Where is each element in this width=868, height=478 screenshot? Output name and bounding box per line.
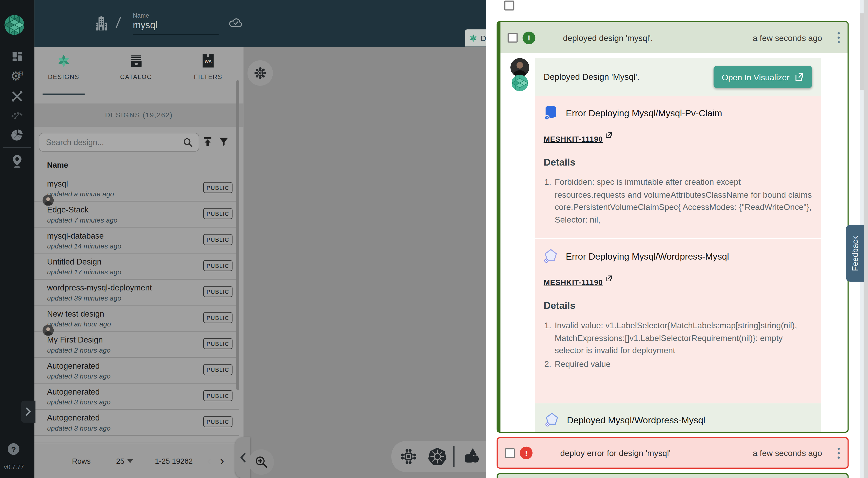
tab-designs[interactable]: DESIGNS xyxy=(36,54,92,80)
sidebar-divider xyxy=(3,147,31,148)
search-input[interactable] xyxy=(39,138,183,147)
notification-title: deployed design 'mysql'. xyxy=(563,33,753,42)
deployed-success-row: Deployed Mysql/Wordpress-Mysql xyxy=(535,403,821,433)
upload-design-icon[interactable] xyxy=(202,136,213,147)
chevron-right-icon xyxy=(25,407,32,416)
design-row[interactable]: Autogenerated updated 3 hours ago PUBLIC xyxy=(34,383,239,409)
select-all-checkbox[interactable] xyxy=(504,1,514,10)
meshery-avatar xyxy=(512,75,528,91)
tab-designs-label: DESIGNS xyxy=(48,73,79,80)
error-title: Error Deploying Mysql/Wordpress-Mysql xyxy=(566,251,729,262)
gears-icon: ⚙⚙ xyxy=(10,70,24,83)
cloud-save-icon[interactable] xyxy=(228,17,243,29)
details-heading: Details xyxy=(544,300,812,312)
actor-avatars xyxy=(510,58,532,95)
meshery-logo-icon[interactable] xyxy=(4,15,24,35)
visibility-badge[interactable]: PUBLIC xyxy=(203,312,232,323)
design-row[interactable]: mysql-database updated 14 minutes ago PU… xyxy=(34,227,239,253)
rows-per-page-select[interactable]: 25 xyxy=(116,457,133,465)
header-bar: / Name Design xyxy=(34,0,487,47)
external-link-icon xyxy=(605,132,613,139)
wasm-filters-icon: WA xyxy=(201,54,215,68)
design-row[interactable]: Edge-Stack updated 7 minutes ago PUBLIC xyxy=(34,201,239,227)
visibility-badge[interactable]: PUBLIC xyxy=(203,416,232,427)
tab-catalog-label: CATALOG xyxy=(120,73,152,80)
database-icon: ? xyxy=(544,105,558,121)
notification-checkbox[interactable] xyxy=(505,448,515,458)
svg-text:?: ? xyxy=(546,116,548,120)
notification-card-partial[interactable] xyxy=(497,473,848,478)
sidebar-expand-button[interactable] xyxy=(21,401,35,422)
feedback-tab[interactable]: Feedback xyxy=(846,225,864,282)
design-name-input[interactable] xyxy=(133,20,219,35)
organization-icon[interactable] xyxy=(94,16,108,32)
notification-body: Deployed Design 'Mysql'. Open In Visuali… xyxy=(500,53,847,433)
window-scrollbar[interactable] xyxy=(864,0,868,478)
panel-collapse-handle[interactable] xyxy=(235,437,250,478)
tools-icon xyxy=(11,90,23,102)
sidebar-item-extensions[interactable] xyxy=(9,127,25,143)
feedback-label: Feedback xyxy=(850,235,860,271)
design-row[interactable]: Untitled Design updated 17 minutes ago P… xyxy=(34,253,239,279)
column-header-name: Name xyxy=(47,160,68,169)
visibility-badge[interactable]: PUBLIC xyxy=(203,260,232,271)
search-box xyxy=(39,133,199,152)
sidebar-item-configuration[interactable] xyxy=(9,89,25,104)
design-row[interactable]: Autogenerated updated 3 hours ago PUBLIC xyxy=(34,410,239,436)
design-row[interactable]: Autogenerated updated 3 hours ago PUBLIC xyxy=(34,357,239,383)
next-page-button[interactable]: › xyxy=(220,455,224,467)
sidebar: ⚙⚙ ? v0.7.77 xyxy=(0,0,34,478)
mesh-pie-icon xyxy=(11,128,24,142)
design-row[interactable]: wordpress-mysql-deployment updated 39 mi… xyxy=(34,280,239,306)
pagination-bar: Rows 25 1-25 19262 ‹ › xyxy=(34,443,243,478)
notification-checkbox[interactable] xyxy=(508,33,518,42)
sidebar-item-performance[interactable] xyxy=(9,107,25,123)
owner-avatar xyxy=(42,195,54,206)
design-row[interactable]: mysql updated a minute ago PUBLIC xyxy=(34,176,239,201)
notification-header[interactable]: i deployed design 'mysql'. a few seconds… xyxy=(500,22,847,53)
help-button[interactable]: ? xyxy=(8,443,20,455)
chevron-left-icon xyxy=(240,453,246,463)
visibility-badge[interactable]: PUBLIC xyxy=(203,390,232,401)
sidebar-item-kanvas[interactable] xyxy=(9,154,25,169)
owner-avatar xyxy=(42,325,54,336)
sidebar-item-dashboard[interactable] xyxy=(9,49,25,64)
tab-catalog[interactable]: CATALOG xyxy=(108,54,164,80)
search-icon[interactable] xyxy=(183,137,193,148)
components-chip-icon[interactable] xyxy=(400,448,417,465)
zoom-in-button[interactable] xyxy=(249,449,274,475)
error-icon: ! xyxy=(520,447,533,459)
prev-page-button[interactable]: ‹ xyxy=(207,455,211,467)
filter-funnel-icon[interactable] xyxy=(218,136,229,147)
visibility-badge[interactable]: PUBLIC xyxy=(203,182,232,193)
meshkit-error-link[interactable]: MESHKIT-11190 xyxy=(544,135,603,143)
visibility-badge[interactable]: PUBLIC xyxy=(203,208,232,219)
design-row[interactable]: New test design updated an hour ago PUBL… xyxy=(34,306,239,331)
design-spiral-icon xyxy=(469,33,478,42)
help-label: ? xyxy=(11,445,16,453)
visibility-badge[interactable]: PUBLIC xyxy=(203,364,232,375)
canvas-settings-button[interactable] xyxy=(248,60,273,86)
tab-filters[interactable]: WA FILTERS xyxy=(180,54,236,80)
visibility-badge[interactable]: PUBLIC xyxy=(203,338,232,349)
meshkit-error-link[interactable]: MESHKIT-11190 xyxy=(544,278,603,287)
design-canvas[interactable]: DESIGNS CATALOG WA FILTERS DESIGNS (19,2… xyxy=(34,47,487,478)
external-link-icon xyxy=(795,72,804,82)
visibility-badge[interactable]: PUBLIC xyxy=(203,234,232,245)
design-row[interactable]: My First Design updated 2 hours ago PUBL… xyxy=(34,331,239,357)
tab-filters-label: FILTERS xyxy=(194,73,222,80)
shapes-icon[interactable] xyxy=(461,447,480,466)
drawer-scrollbar-thumb[interactable] xyxy=(860,13,864,90)
sidebar-item-lifecycle[interactable]: ⚙⚙ xyxy=(9,69,25,84)
kebab-menu-icon[interactable] xyxy=(838,32,840,43)
kubernetes-icon[interactable] xyxy=(428,447,447,466)
kebab-menu-icon[interactable] xyxy=(838,447,840,458)
notification-card-deploy-error[interactable]: ! deploy error for design 'mysql' a few … xyxy=(497,437,848,469)
open-in-visualizer-button[interactable]: Open In Visualizer xyxy=(714,66,812,88)
rows-label: Rows xyxy=(72,457,91,465)
visibility-badge[interactable]: PUBLIC xyxy=(203,286,232,297)
list-scrollbar[interactable] xyxy=(236,80,239,390)
error-details-list: Forbidden: spec is immutable after creat… xyxy=(544,176,812,226)
designs-panel: DESIGNS CATALOG WA FILTERS DESIGNS (19,2… xyxy=(34,47,244,478)
gauge-icon xyxy=(11,108,24,122)
